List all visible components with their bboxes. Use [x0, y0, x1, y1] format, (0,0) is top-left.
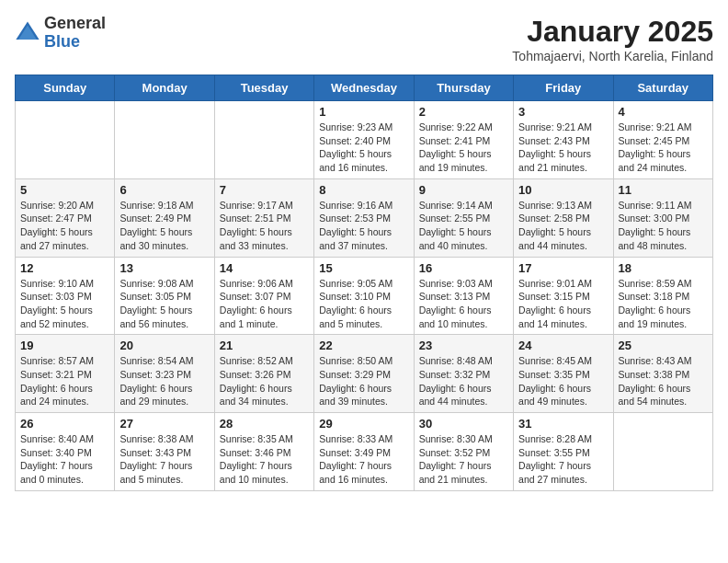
day-number: 10 [518, 183, 608, 197]
day-cell: 23Sunrise: 8:48 AMSunset: 3:32 PMDayligh… [414, 335, 513, 413]
day-number: 6 [119, 183, 209, 197]
week-row-4: 19Sunrise: 8:57 AMSunset: 3:21 PMDayligh… [16, 335, 713, 413]
day-number: 28 [220, 417, 309, 431]
day-info: Sunrise: 8:35 AMSunset: 3:46 PMDaylight:… [220, 432, 309, 487]
day-number: 20 [119, 339, 209, 352]
day-number: 29 [319, 417, 408, 431]
day-number: 16 [419, 261, 508, 275]
day-number: 13 [119, 261, 209, 275]
day-info: Sunrise: 9:16 AMSunset: 2:53 PMDaylight:… [319, 199, 408, 253]
day-info: Sunrise: 8:33 AMSunset: 3:49 PMDaylight:… [319, 432, 408, 487]
day-info: Sunrise: 8:30 AMSunset: 3:52 PMDaylight:… [419, 432, 508, 487]
day-cell: 16Sunrise: 9:03 AMSunset: 3:13 PMDayligh… [414, 257, 513, 335]
day-cell [613, 413, 712, 491]
day-number: 8 [319, 183, 408, 197]
day-number: 25 [619, 339, 708, 352]
day-cell: 28Sunrise: 8:35 AMSunset: 3:46 PMDayligh… [214, 413, 313, 491]
day-number: 18 [619, 261, 708, 275]
day-cell [115, 101, 214, 179]
day-info: Sunrise: 9:22 AMSunset: 2:41 PMDaylight:… [419, 121, 508, 175]
day-number: 4 [619, 105, 708, 119]
day-cell: 13Sunrise: 9:08 AMSunset: 3:05 PMDayligh… [115, 257, 214, 335]
day-cell: 18Sunrise: 8:59 AMSunset: 3:18 PMDayligh… [613, 257, 712, 335]
day-cell: 8Sunrise: 9:16 AMSunset: 2:53 PMDaylight… [314, 178, 414, 257]
day-number: 2 [419, 105, 508, 119]
day-info: Sunrise: 9:21 AMSunset: 2:45 PMDaylight:… [619, 121, 708, 175]
day-cell: 5Sunrise: 9:20 AMSunset: 2:47 PMDaylight… [16, 178, 115, 257]
logo-icon [15, 20, 40, 46]
day-info: Sunrise: 9:05 AMSunset: 3:10 PMDaylight:… [319, 277, 408, 331]
weekday-header-saturday: Saturday [613, 75, 712, 101]
day-info: Sunrise: 8:45 AMSunset: 3:35 PMDaylight:… [518, 354, 608, 408]
day-info: Sunrise: 9:20 AMSunset: 2:47 PMDaylight:… [20, 199, 109, 253]
day-cell: 17Sunrise: 9:01 AMSunset: 3:15 PMDayligh… [514, 257, 613, 335]
location-title: Tohmajaervi, North Karelia, Finland [512, 49, 713, 63]
day-number: 24 [518, 339, 608, 352]
day-number: 22 [319, 339, 408, 352]
day-cell: 4Sunrise: 9:21 AMSunset: 2:45 PMDaylight… [613, 101, 712, 179]
week-row-2: 5Sunrise: 9:20 AMSunset: 2:47 PMDaylight… [16, 178, 713, 257]
day-number: 30 [419, 417, 508, 431]
day-info: Sunrise: 9:03 AMSunset: 3:13 PMDaylight:… [419, 277, 508, 331]
day-info: Sunrise: 9:06 AMSunset: 3:07 PMDaylight:… [220, 277, 309, 331]
day-number: 31 [518, 417, 608, 431]
day-cell: 11Sunrise: 9:11 AMSunset: 3:00 PMDayligh… [613, 178, 712, 257]
day-info: Sunrise: 9:13 AMSunset: 2:58 PMDaylight:… [518, 199, 608, 253]
day-info: Sunrise: 9:23 AMSunset: 2:40 PMDaylight:… [319, 121, 408, 175]
day-cell: 7Sunrise: 9:17 AMSunset: 2:51 PMDaylight… [214, 178, 313, 257]
logo: General Blue [15, 15, 106, 52]
day-number: 11 [619, 183, 708, 197]
day-number: 15 [319, 261, 408, 275]
day-number: 26 [20, 417, 109, 431]
day-cell: 31Sunrise: 8:28 AMSunset: 3:55 PMDayligh… [514, 413, 613, 491]
day-cell: 25Sunrise: 8:43 AMSunset: 3:38 PMDayligh… [613, 335, 712, 413]
day-number: 14 [220, 261, 309, 275]
day-cell: 29Sunrise: 8:33 AMSunset: 3:49 PMDayligh… [314, 413, 414, 491]
logo-text: General Blue [44, 15, 106, 52]
weekday-header-friday: Friday [514, 75, 613, 101]
day-info: Sunrise: 8:57 AMSunset: 3:21 PMDaylight:… [20, 354, 109, 408]
day-info: Sunrise: 8:52 AMSunset: 3:26 PMDaylight:… [220, 354, 309, 408]
day-number: 23 [419, 339, 508, 352]
day-info: Sunrise: 8:59 AMSunset: 3:18 PMDaylight:… [619, 277, 708, 331]
day-cell: 9Sunrise: 9:14 AMSunset: 2:55 PMDaylight… [414, 178, 513, 257]
day-number: 7 [220, 183, 309, 197]
day-info: Sunrise: 9:11 AMSunset: 3:00 PMDaylight:… [619, 199, 708, 253]
day-info: Sunrise: 9:17 AMSunset: 2:51 PMDaylight:… [220, 199, 309, 253]
week-row-1: 1Sunrise: 9:23 AMSunset: 2:40 PMDaylight… [16, 101, 713, 179]
day-cell [214, 101, 313, 179]
day-cell: 14Sunrise: 9:06 AMSunset: 3:07 PMDayligh… [214, 257, 313, 335]
week-row-5: 26Sunrise: 8:40 AMSunset: 3:40 PMDayligh… [16, 413, 713, 491]
day-info: Sunrise: 8:50 AMSunset: 3:29 PMDaylight:… [319, 354, 408, 408]
month-title: January 2025 [512, 15, 713, 49]
day-number: 9 [419, 183, 508, 197]
day-cell: 19Sunrise: 8:57 AMSunset: 3:21 PMDayligh… [16, 335, 115, 413]
week-row-3: 12Sunrise: 9:10 AMSunset: 3:03 PMDayligh… [16, 257, 713, 335]
day-info: Sunrise: 9:08 AMSunset: 3:05 PMDaylight:… [119, 277, 209, 331]
day-cell: 24Sunrise: 8:45 AMSunset: 3:35 PMDayligh… [514, 335, 613, 413]
day-info: Sunrise: 8:43 AMSunset: 3:38 PMDaylight:… [619, 354, 708, 408]
day-cell: 3Sunrise: 9:21 AMSunset: 2:43 PMDaylight… [514, 101, 613, 179]
day-number: 27 [119, 417, 209, 431]
day-cell: 21Sunrise: 8:52 AMSunset: 3:26 PMDayligh… [214, 335, 313, 413]
logo-blue: Blue [44, 33, 106, 52]
day-info: Sunrise: 9:14 AMSunset: 2:55 PMDaylight:… [419, 199, 508, 253]
day-number: 5 [20, 183, 109, 197]
weekday-header-monday: Monday [115, 75, 214, 101]
day-info: Sunrise: 9:01 AMSunset: 3:15 PMDaylight:… [518, 277, 608, 331]
day-cell: 20Sunrise: 8:54 AMSunset: 3:23 PMDayligh… [115, 335, 214, 413]
day-number: 1 [319, 105, 408, 119]
page-header: General Blue January 2025 Tohmajaervi, N… [15, 15, 713, 63]
day-cell: 10Sunrise: 9:13 AMSunset: 2:58 PMDayligh… [514, 178, 613, 257]
day-info: Sunrise: 8:38 AMSunset: 3:43 PMDaylight:… [119, 432, 209, 487]
day-number: 17 [518, 261, 608, 275]
day-number: 19 [20, 339, 109, 352]
day-cell: 27Sunrise: 8:38 AMSunset: 3:43 PMDayligh… [115, 413, 214, 491]
day-cell: 22Sunrise: 8:50 AMSunset: 3:29 PMDayligh… [314, 335, 414, 413]
day-cell: 30Sunrise: 8:30 AMSunset: 3:52 PMDayligh… [414, 413, 513, 491]
weekday-header-sunday: Sunday [16, 75, 115, 101]
day-info: Sunrise: 8:40 AMSunset: 3:40 PMDaylight:… [20, 432, 109, 487]
day-info: Sunrise: 9:21 AMSunset: 2:43 PMDaylight:… [518, 121, 608, 175]
day-cell: 1Sunrise: 9:23 AMSunset: 2:40 PMDaylight… [314, 101, 414, 179]
weekday-header-wednesday: Wednesday [314, 75, 414, 101]
